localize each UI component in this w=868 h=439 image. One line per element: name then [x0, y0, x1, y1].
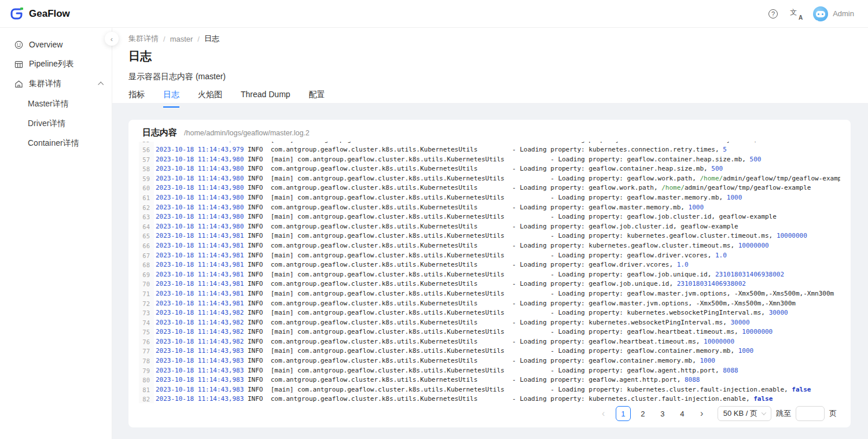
sidebar-item-overview[interactable]: Overview: [0, 35, 112, 54]
log-line-text: 2023-10-18 11:14:43,983 INFO [main] com.…: [154, 346, 753, 356]
log-line: 762023-10-18 11:14:43,982 INFO com.antgr…: [139, 337, 840, 347]
log-line: 642023-10-18 11:14:43,980 INFO com.antgr…: [139, 222, 840, 232]
sidebar-item-pipeline-list[interactable]: Pipeline列表: [0, 54, 112, 74]
log-line-text: 2023-10-18 11:14:43,979 INFO [main] com.…: [154, 142, 765, 145]
breadcrumb: 集群详情/master/日志: [128, 34, 852, 44]
sidebar-collapse-button[interactable]: ‹: [105, 32, 119, 46]
log-file-path: /home/admin/logs/geaflow/master.log.2: [184, 129, 310, 137]
sidebar-item-cluster-detail[interactable]: 集群详情: [0, 74, 112, 94]
log-line-number: 73: [139, 308, 154, 318]
top-bar: GeaFlow ? 文A Admin: [0, 0, 868, 28]
breadcrumb-separator: /: [197, 35, 200, 43]
chevron-up-icon: [98, 82, 104, 87]
translate-icon[interactable]: 文A: [790, 9, 801, 19]
log-line-number: 70: [139, 279, 154, 289]
pagination-prev-button[interactable]: ‹: [596, 406, 611, 421]
log-line: 572023-10-18 11:14:43,980 INFO [main] co…: [139, 155, 840, 165]
log-line-text: 2023-10-18 11:14:43,980 INFO [main] com.…: [154, 193, 742, 203]
breadcrumb-item[interactable]: 集群详情: [128, 34, 159, 44]
log-line: 742023-10-18 11:14:43,982 INFO com.antgr…: [139, 318, 840, 328]
log-line-number: 61: [139, 193, 154, 203]
log-line-text: 2023-10-18 11:14:43,981 INFO [main] com.…: [154, 231, 807, 241]
log-line: 682023-10-18 11:14:43,981 INFO com.antgr…: [139, 260, 840, 270]
sidebar-item-container-detail[interactable]: Container详情: [0, 133, 112, 153]
page-size-label: 50 KB / 页: [723, 408, 757, 419]
log-line-partial: 552023-10-18 11:14:43,979 INFO [main] co…: [139, 142, 840, 145]
log-line-text: 2023-10-18 11:14:43,983 INFO [main] com.…: [154, 385, 811, 395]
log-line-text: 2023-10-18 11:14:43,982 INFO [main] com.…: [154, 308, 788, 318]
log-line: 662023-10-18 11:14:43,981 INFO com.antgr…: [139, 241, 840, 251]
pagination-page-4[interactable]: 4: [675, 406, 690, 421]
log-line: 812023-10-18 11:14:43,983 INFO [main] co…: [139, 385, 840, 395]
breadcrumb-item: 日志: [204, 34, 219, 44]
log-line: 672023-10-18 11:14:43,981 INFO [main] co…: [139, 251, 840, 261]
log-line-text: 2023-10-18 11:14:43,980 INFO com.antgrou…: [154, 203, 704, 213]
log-line: 732023-10-18 11:14:43,982 INFO [main] co…: [139, 308, 840, 318]
jump-label: 跳至: [776, 408, 791, 419]
log-line-number: 56: [139, 145, 154, 155]
log-card-title: 日志内容: [142, 127, 177, 138]
sidebar-item-driver-detail[interactable]: Driver详情: [0, 113, 112, 133]
log-line: 652023-10-18 11:14:43,981 INFO [main] co…: [139, 231, 840, 241]
brand-name: GeaFlow: [29, 8, 70, 20]
sidebar-nav: OverviewPipeline列表集群详情Master详情Driver详情Co…: [0, 35, 112, 153]
log-line-number: 69: [139, 270, 154, 280]
log-line-text: 2023-10-18 11:14:43,980 INFO [main] com.…: [154, 174, 840, 184]
avatar: [813, 6, 828, 21]
log-line-text: 2023-10-18 11:14:43,979 INFO com.antgrou…: [154, 145, 727, 155]
pagination-page-1[interactable]: 1: [616, 406, 631, 421]
log-line-number: 57: [139, 155, 154, 165]
page-size-select[interactable]: 50 KB / 页: [718, 406, 771, 421]
breadcrumb-item[interactable]: master: [170, 35, 193, 43]
log-line: 602023-10-18 11:14:43,980 INFO com.antgr…: [139, 183, 840, 193]
log-card: 日志内容 /home/admin/logs/geaflow/master.log…: [128, 120, 851, 427]
log-line-text: 2023-10-18 11:14:43,982 INFO com.antgrou…: [154, 318, 750, 328]
log-line: 612023-10-18 11:14:43,980 INFO [main] co…: [139, 193, 840, 203]
log-line-number: 62: [139, 203, 154, 213]
sidebar-item-label: Overview: [29, 40, 102, 49]
log-line-number: 65: [139, 231, 154, 241]
log-line-number: 71: [139, 289, 154, 299]
log-line: 622023-10-18 11:14:43,980 INFO com.antgr…: [139, 203, 840, 213]
log-viewer: 552023-10-18 11:14:43,979 INFO [main] co…: [139, 142, 840, 403]
log-line-number: 55: [139, 142, 154, 145]
log-line-number: 79: [139, 366, 154, 376]
log-line: 582023-10-18 11:14:43,980 INFO com.antgr…: [139, 164, 840, 174]
brand: GeaFlow: [9, 6, 70, 21]
page-title: 日志: [128, 49, 852, 64]
log-line: 752023-10-18 11:14:43,982 INFO [main] co…: [139, 327, 840, 337]
sidebar-item-master-detail[interactable]: Master详情: [0, 94, 112, 113]
log-line-number: 78: [139, 356, 154, 366]
table-icon: [14, 60, 23, 69]
log-line-text: 2023-10-18 11:14:43,980 INFO com.antgrou…: [154, 222, 738, 232]
pagination-next-button[interactable]: ›: [694, 406, 709, 421]
pagination-page-2[interactable]: 2: [635, 406, 650, 421]
geaflow-logo-icon: [9, 6, 24, 21]
log-line-text: 2023-10-18 11:14:43,981 INFO com.antgrou…: [154, 299, 796, 309]
log-line-text: 2023-10-18 11:14:43,981 INFO [main] com.…: [154, 251, 727, 261]
log-line-number: 67: [139, 251, 154, 261]
log-line: 702023-10-18 11:14:43,981 INFO com.antgr…: [139, 279, 840, 289]
log-line: 792023-10-18 11:14:43,983 INFO [main] co…: [139, 366, 840, 376]
log-line-number: 72: [139, 299, 154, 309]
chevron-down-icon: [762, 410, 766, 415]
log-line: 782023-10-18 11:14:43,983 INFO com.antgr…: [139, 356, 840, 366]
jump-page-input[interactable]: [796, 406, 825, 421]
log-line-text: 2023-10-18 11:14:43,983 INFO com.antgrou…: [154, 394, 773, 403]
user-menu[interactable]: Admin: [813, 6, 854, 21]
log-line: 562023-10-18 11:14:43,979 INFO com.antgr…: [139, 145, 840, 155]
pagination-page-3[interactable]: 3: [655, 406, 670, 421]
sidebar-item-label: Pipeline列表: [29, 59, 102, 69]
log-line-number: 60: [139, 183, 154, 193]
log-line-number: 64: [139, 222, 154, 232]
log-line-text: 2023-10-18 11:14:43,983 INFO com.antgrou…: [154, 356, 715, 366]
home-icon: [14, 79, 23, 88]
log-line-text: 2023-10-18 11:14:43,981 INFO com.antgrou…: [154, 241, 769, 251]
log-line-text: 2023-10-18 11:14:43,983 INFO com.antgrou…: [154, 375, 700, 385]
log-line-number: 59: [139, 174, 154, 184]
help-icon[interactable]: ?: [768, 9, 778, 19]
page-suffix-label: 页: [829, 408, 837, 419]
log-line-number: 81: [139, 385, 154, 395]
log-line-text: 2023-10-18 11:14:43,981 INFO com.antgrou…: [154, 260, 689, 270]
breadcrumb-separator: /: [163, 35, 165, 43]
